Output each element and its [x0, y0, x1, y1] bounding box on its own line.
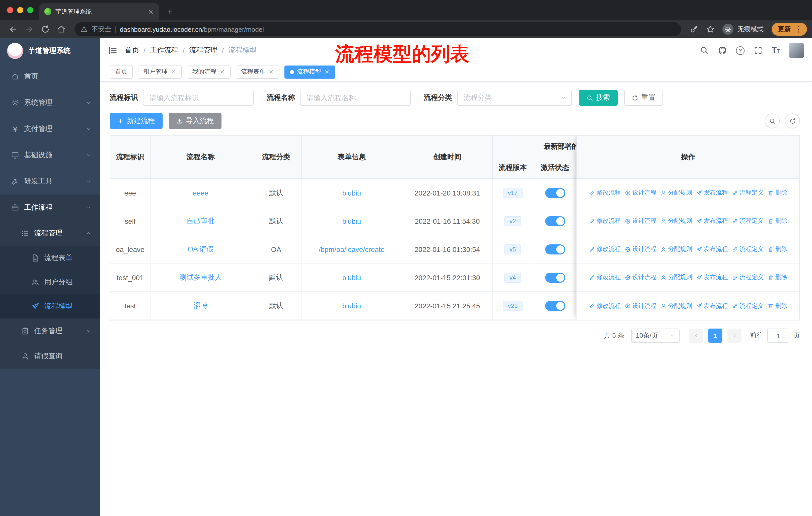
tab-tag-home[interactable]: 首页 — [110, 65, 133, 78]
active-toggle[interactable] — [545, 301, 565, 311]
active-toggle[interactable] — [545, 272, 565, 282]
action-modify-flow[interactable]: 修改流程 — [589, 217, 621, 225]
tab-close-icon[interactable] — [147, 8, 154, 15]
form-info-link[interactable]: biubiu — [342, 302, 361, 310]
zoom-window-button[interactable] — [27, 7, 33, 13]
reload-icon[interactable] — [41, 25, 50, 34]
action-design-flow[interactable]: 设计流程 — [625, 217, 657, 225]
close-icon[interactable] — [171, 69, 176, 75]
action-delete[interactable]: 删除 — [768, 245, 787, 253]
home-icon[interactable] — [57, 25, 66, 34]
not-secure-warning-icon[interactable] — [81, 26, 88, 33]
version-badge[interactable]: v5 — [504, 244, 521, 254]
action-publish-flow[interactable]: 发布流程 — [696, 273, 728, 282]
active-toggle[interactable] — [545, 216, 565, 226]
sidebar-item-home[interactable]: 首页 — [0, 63, 100, 90]
import-process-button[interactable]: 导入流程 — [169, 113, 222, 129]
form-info-link[interactable]: biubiu — [342, 273, 361, 281]
action-modify-flow[interactable]: 修改流程 — [589, 188, 621, 197]
breadcrumb-workflow[interactable]: 工作流程 — [150, 46, 178, 55]
process-name-input[interactable] — [300, 90, 411, 106]
sidebar-item-process-model[interactable]: 流程模型 — [0, 294, 100, 319]
action-delete[interactable]: 删除 — [768, 217, 787, 225]
process-name-link[interactable]: 滔博 — [194, 301, 208, 310]
process-name-link[interactable]: eeee — [193, 189, 208, 197]
process-name-link[interactable]: OA 请假 — [188, 245, 214, 254]
action-design-flow[interactable]: 设计流程 — [625, 273, 657, 282]
close-icon[interactable] — [220, 69, 225, 75]
action-publish-flow[interactable]: 发布流程 — [696, 188, 728, 197]
close-icon[interactable] — [324, 69, 330, 75]
action-assign-rule[interactable]: 分配规则 — [661, 217, 692, 225]
sidebar-item-payment[interactable]: ¥ 支付管理 — [0, 116, 100, 142]
action-design-flow[interactable]: 设计流程 — [625, 302, 657, 310]
sidebar-item-leave-query[interactable]: 请假查询 — [0, 344, 100, 369]
action-design-flow[interactable]: 设计流程 — [625, 245, 657, 253]
action-flow-definition[interactable]: 流程定义 — [732, 245, 764, 253]
action-modify-flow[interactable]: 修改流程 — [589, 273, 621, 282]
form-info-link[interactable]: /bpm/oa/leave/create — [319, 245, 385, 253]
fullscreen-icon[interactable] — [754, 46, 763, 55]
github-icon[interactable] — [718, 46, 727, 55]
action-modify-flow[interactable]: 修改流程 — [589, 302, 621, 310]
process-name-link[interactable]: 测试多审批人 — [179, 273, 222, 282]
password-key-icon[interactable] — [690, 25, 699, 34]
page-size-select[interactable]: 10条/页 — [631, 329, 679, 343]
sidebar-item-task-management[interactable]: 任务管理 — [0, 319, 100, 344]
forward-icon[interactable] — [25, 25, 34, 34]
create-process-button[interactable]: 新建流程 — [110, 113, 163, 129]
breadcrumb-home[interactable]: 首页 — [125, 46, 139, 55]
sidebar-item-infrastructure[interactable]: 基础设施 — [0, 142, 100, 168]
action-assign-rule[interactable]: 分配规则 — [661, 302, 692, 310]
url[interactable]: dashboard.yudao.iocoder.cn/bpm/manager/m… — [120, 25, 264, 33]
action-assign-rule[interactable]: 分配规则 — [661, 188, 692, 197]
active-toggle[interactable] — [545, 244, 565, 254]
action-delete[interactable]: 删除 — [768, 188, 787, 197]
tab-tag-tenant[interactable]: 租户管理 — [138, 65, 182, 78]
version-badge[interactable]: v4 — [504, 272, 521, 282]
address-bar[interactable]: 不安全 dashboard.yudao.iocoder.cn/bpm/manag… — [75, 22, 681, 36]
new-tab-button[interactable]: + — [167, 7, 173, 17]
app-logo[interactable]: 芋道管理系统 — [0, 38, 100, 63]
action-delete[interactable]: 删除 — [768, 273, 787, 282]
action-publish-flow[interactable]: 发布流程 — [696, 245, 728, 253]
page-1-button[interactable]: 1 — [708, 329, 722, 343]
font-size-icon[interactable]: TT — [772, 46, 780, 54]
refresh-table-button[interactable] — [785, 113, 800, 129]
process-id-input[interactable] — [143, 90, 254, 106]
form-info-link[interactable]: biubiu — [342, 189, 361, 197]
goto-page-input[interactable] — [767, 329, 789, 343]
category-select[interactable]: 流程分类 — [457, 90, 572, 106]
next-page-button[interactable] — [727, 329, 742, 343]
form-info-link[interactable]: biubiu — [342, 217, 361, 225]
breadcrumb-process-management[interactable]: 流程管理 — [189, 46, 218, 55]
action-flow-definition[interactable]: 流程定义 — [732, 302, 764, 310]
search-icon[interactable] — [700, 46, 709, 55]
process-name-link[interactable]: 自己审批 — [186, 216, 215, 225]
back-icon[interactable] — [8, 25, 18, 34]
tab-tag-my-process[interactable]: 我的流程 — [187, 65, 231, 78]
search-button[interactable]: 搜索 — [579, 90, 618, 106]
version-badge[interactable]: v21 — [503, 301, 523, 311]
action-delete[interactable]: 删除 — [768, 302, 787, 310]
version-badge[interactable]: v2 — [504, 216, 521, 226]
browser-tab[interactable]: 芋道管理系统 — [39, 3, 159, 20]
close-icon[interactable] — [268, 69, 274, 75]
action-assign-rule[interactable]: 分配规则 — [661, 245, 692, 253]
reset-button[interactable]: 重置 — [624, 90, 663, 106]
prev-page-button[interactable] — [689, 329, 703, 343]
security-label[interactable]: 不安全 — [92, 25, 111, 34]
minimize-window-button[interactable] — [17, 7, 23, 13]
browser-menu-icon[interactable]: ⋮ — [793, 25, 804, 34]
sidebar-item-devtools[interactable]: 研发工具 — [0, 168, 100, 194]
bookmark-star-icon[interactable] — [706, 25, 715, 34]
action-design-flow[interactable]: 设计流程 — [625, 188, 657, 197]
sidebar-item-process-form[interactable]: 流程表单 — [0, 246, 100, 270]
action-publish-flow[interactable]: 发布流程 — [696, 217, 728, 225]
action-flow-definition[interactable]: 流程定义 — [732, 217, 764, 225]
user-avatar[interactable] — [789, 43, 804, 58]
sidebar-item-system[interactable]: 系统管理 — [0, 90, 100, 116]
tab-tag-process-model[interactable]: 流程模型 — [284, 65, 335, 78]
action-publish-flow[interactable]: 发布流程 — [696, 302, 728, 310]
sidebar-item-user-group[interactable]: 用户分组 — [0, 270, 100, 294]
